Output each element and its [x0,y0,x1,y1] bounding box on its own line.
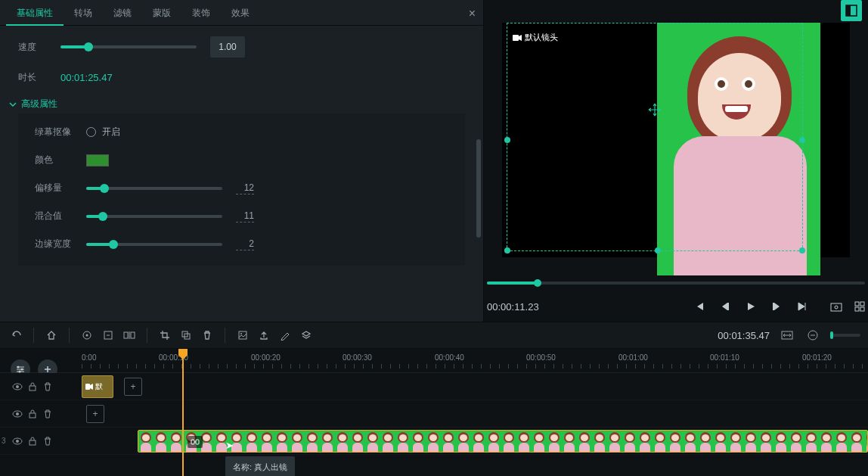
edge-label: 边缘宽度 [35,238,86,250]
grid-button[interactable] [854,301,865,312]
tab-decor[interactable]: 装饰 [181,0,221,26]
ruler-tick: 0:00 [82,353,96,362]
skip-start-button[interactable] [694,301,705,312]
ruler-tick: 00:00:20 [251,353,281,362]
offset-slider[interactable] [86,187,222,190]
track-delete-icon[interactable] [42,409,53,419]
tab-mask[interactable]: 蒙版 [142,0,181,26]
layers-button[interactable] [298,327,315,344]
zoom-out-button[interactable] [804,327,821,344]
edit-button[interactable] [277,327,293,344]
preview-mode-button[interactable] [841,0,862,21]
tab-basic[interactable]: 基础属性 [6,0,64,26]
advanced-section-toggle[interactable]: 高级属性 [9,98,465,110]
color-label: 颜色 [35,154,86,166]
prev-frame-button[interactable] [720,301,730,312]
offset-label: 偏移量 [35,182,86,194]
ruler-tick: 00:01:20 [802,353,832,362]
play-button[interactable] [746,301,756,312]
svg-point-22 [17,366,20,369]
keyframe-button[interactable] [79,327,95,344]
track-visibility-icon[interactable] [12,436,23,446]
svg-rect-1 [846,5,851,16]
fit-timeline-button[interactable] [779,327,795,344]
svg-rect-15 [131,332,135,338]
clip-link-icon [188,436,203,448]
preview-time: 00:00:11.23 [487,301,539,313]
tab-transition[interactable]: 转场 [64,0,103,26]
skip-end-button[interactable] [797,301,808,312]
split-button[interactable] [121,327,138,344]
speed-slider[interactable] [60,45,197,48]
timeline-ruler[interactable]: 0:00 00:00:10 00:00:20 00:00:30 00:00:40… [0,349,868,373]
chevron-down-icon [9,101,17,108]
track-delete-icon[interactable] [42,381,53,392]
svg-rect-2 [513,35,519,41]
ruler-tick: 00:01:00 [618,353,648,362]
offset-value[interactable]: 12 [236,182,254,194]
svg-rect-4 [773,303,774,310]
track-delete-icon[interactable] [42,436,53,446]
svg-rect-35 [191,440,194,444]
speed-value[interactable]: 1.00 [210,36,245,58]
svg-rect-36 [196,440,199,444]
advanced-title: 高级属性 [21,98,57,110]
ruler-tick: 00:00:40 [435,353,464,362]
chroma-label: 绿幕抠像 [35,126,86,138]
selection-box[interactable] [507,23,803,251]
capture-button[interactable] [830,301,842,312]
preview-progress[interactable] [487,282,865,285]
undo-button[interactable] [8,327,24,344]
svg-point-26 [16,385,19,388]
camera-icon [513,34,522,42]
properties-panel: 基础属性 转场 滤镜 蒙版 装饰 效果 × 速度 1.00 时长 00:01:2… [0,0,484,322]
export-button[interactable] [256,327,272,344]
edge-value[interactable]: 2 [236,238,254,250]
edge-slider[interactable] [86,243,222,246]
speed-label: 速度 [18,41,60,54]
tab-filter[interactable]: 滤镜 [103,0,142,26]
track-lock-icon[interactable] [27,381,38,392]
playhead[interactable] [182,349,184,476]
chroma-radio[interactable] [86,127,96,137]
add-clip-button[interactable]: + [86,405,104,423]
blend-value[interactable]: 11 [236,210,254,222]
copy-button[interactable] [178,327,194,344]
track-lock-icon[interactable] [27,409,38,419]
close-icon[interactable]: × [469,7,476,20]
image-button[interactable] [234,327,251,344]
property-tabs: 基础属性 转场 滤镜 蒙版 装饰 效果 × [0,0,483,26]
svg-point-23 [21,369,23,371]
svg-rect-8 [860,302,864,306]
track-lock-icon[interactable] [27,436,38,446]
home-button[interactable] [43,327,60,344]
svg-rect-27 [29,386,36,390]
svg-point-33 [16,440,19,443]
chroma-enable-label: 开启 [102,126,120,138]
blend-slider[interactable] [86,215,222,218]
cursor-icon: ➤ [225,440,234,451]
color-swatch[interactable] [86,154,109,166]
advanced-card: 绿幕抠像 开启 颜色 偏移量 12 混合值 11 边缘宽度 2 [18,114,465,266]
svg-rect-3 [727,303,729,310]
add-clip-button[interactable]: + [124,378,142,396]
camera-icon [85,384,93,390]
ruler-tick: 00:00:50 [526,353,556,362]
zoom-slider[interactable] [830,334,860,337]
track-visibility-icon[interactable] [12,409,23,419]
panel-scrollbar[interactable] [476,56,481,322]
fit-button[interactable] [100,327,116,344]
svg-point-12 [86,334,88,337]
svg-rect-10 [860,307,864,311]
delete-button[interactable] [199,327,215,344]
track-2: + [0,400,868,428]
tab-effect[interactable]: 效果 [221,0,260,26]
track-number: 3 [2,437,6,445]
clip-video[interactable]: ➤ [138,430,868,453]
next-frame-button[interactable] [771,301,782,312]
preview-panel: 默认镜头 00:00:11.23 [484,0,868,322]
crop-button[interactable] [157,327,173,344]
move-icon [647,102,662,117]
track-visibility-icon[interactable] [12,381,23,392]
clip-camera[interactable]: 默 [82,375,113,398]
